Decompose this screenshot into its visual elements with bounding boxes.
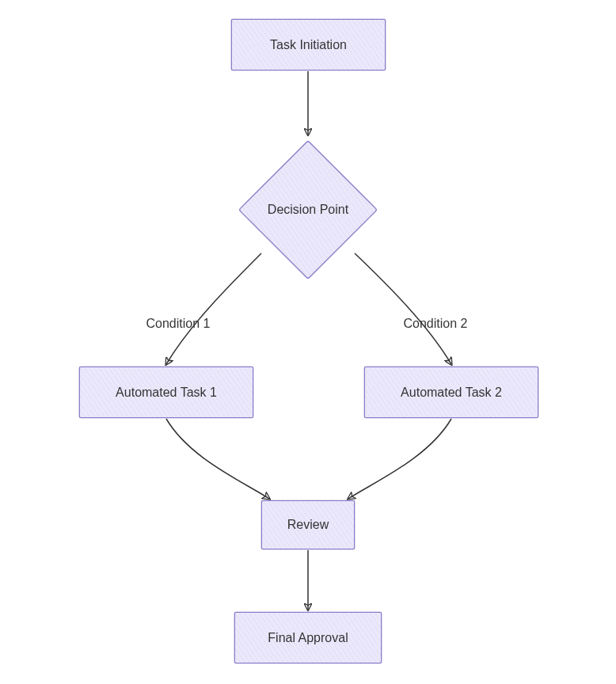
node-automated-task-2: Automated Task 2 xyxy=(364,367,538,418)
node-label: Automated Task 1 xyxy=(116,386,217,400)
edge-label-condition-2: Condition 2 xyxy=(392,317,479,331)
node-label: Review xyxy=(287,518,329,532)
node-label: Task Initiation xyxy=(270,38,347,52)
node-label: Decision Point xyxy=(268,203,348,217)
node-automated-task-1: Automated Task 1 xyxy=(79,367,253,418)
edge-label-condition-1: Condition 1 xyxy=(135,317,222,331)
node-label: Automated Task 2 xyxy=(401,386,502,400)
node-task-initiation: Task Initiation xyxy=(231,19,386,70)
flowchart-canvas: Task Initiation Decision Point Condition… xyxy=(0,0,616,684)
flowchart-edges xyxy=(0,0,616,684)
node-final-approval: Final Approval xyxy=(234,612,382,663)
node-decision-point: Decision Point xyxy=(237,139,379,281)
node-label: Final Approval xyxy=(268,631,348,645)
node-review: Review xyxy=(261,500,355,549)
